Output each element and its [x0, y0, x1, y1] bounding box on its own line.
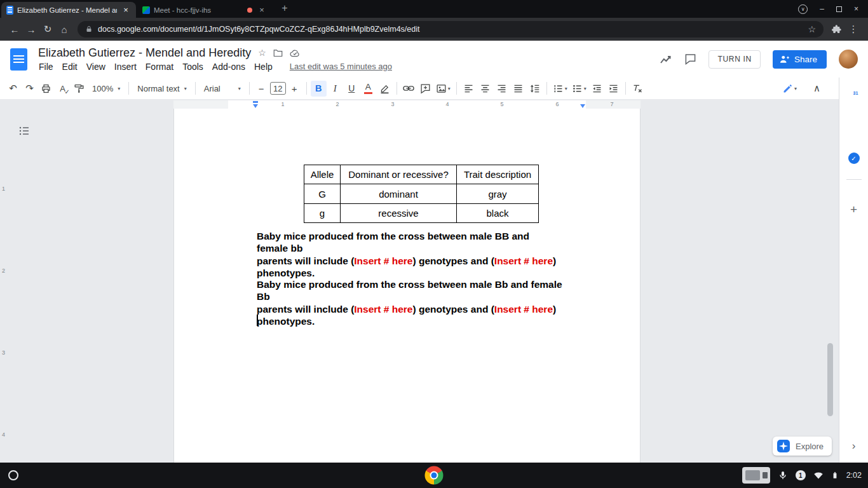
menu-insert[interactable]: Insert: [110, 61, 141, 72]
paragraph-style-select[interactable]: Normal text ▾: [133, 81, 191, 97]
decrease-font-size-icon[interactable]: −: [254, 81, 269, 97]
line-spacing-icon[interactable]: [527, 81, 543, 97]
tab-meet[interactable]: Meet - hcc-fjjv-ihs ×: [137, 2, 272, 18]
highlight-color-icon[interactable]: [377, 81, 393, 97]
cloud-saved-icon[interactable]: [290, 49, 301, 57]
battery-icon[interactable]: [831, 470, 839, 481]
undo-icon[interactable]: ↶: [5, 81, 21, 97]
align-justify-icon[interactable]: [510, 81, 526, 97]
decrease-indent-icon[interactable]: [589, 81, 605, 97]
add-comment-icon[interactable]: [417, 81, 433, 97]
wifi-icon[interactable]: [813, 471, 824, 480]
table-cell[interactable]: G: [304, 184, 341, 204]
google-tasks-icon[interactable]: ✓: [848, 152, 860, 164]
table-header-cell[interactable]: Allele: [304, 165, 341, 184]
editing-mode-pencil-icon[interactable]: ▾: [780, 81, 799, 97]
document-scrollbar-thumb[interactable]: [827, 343, 833, 416]
menu-help[interactable]: Help: [250, 61, 277, 72]
menu-tools[interactable]: Tools: [178, 61, 208, 72]
move-to-folder-icon[interactable]: [273, 49, 283, 57]
increase-font-size-icon[interactable]: +: [287, 81, 302, 97]
lock-icon[interactable]: [85, 25, 93, 33]
menu-format[interactable]: Format: [141, 61, 178, 72]
horizontal-ruler[interactable]: 1 2 3 4 5 6 7: [0, 100, 839, 109]
tab-close-icon[interactable]: ×: [121, 5, 131, 15]
numbered-list-icon[interactable]: ▾: [551, 81, 569, 97]
menu-edit[interactable]: Edit: [58, 61, 82, 72]
table-cell[interactable]: recessive: [341, 204, 457, 223]
font-select[interactable]: Arial ▾: [200, 81, 245, 97]
tab-close-icon[interactable]: ×: [257, 5, 267, 15]
new-tab-button[interactable]: +: [277, 1, 292, 16]
document-page[interactable]: Allele Dominant or recessive? Trait desc…: [173, 109, 641, 463]
tab-docs[interactable]: Elizabeth Gutierrez - Mendel and ×: [1, 2, 136, 18]
ruler-number: 5: [500, 101, 503, 107]
align-center-icon[interactable]: [477, 81, 493, 97]
align-right-icon[interactable]: [494, 81, 510, 97]
last-edit-link[interactable]: Last edit was 5 minutes ago: [290, 62, 392, 71]
paragraph-cross-BB-bb[interactable]: Baby mice produced from the cross betwee…: [257, 230, 563, 280]
bold-button[interactable]: B: [311, 81, 327, 97]
explore-button[interactable]: Explore: [773, 437, 832, 456]
forward-icon[interactable]: →: [23, 21, 39, 37]
left-indent-marker[interactable]: [253, 104, 258, 108]
comment-history-icon[interactable]: [684, 53, 696, 65]
share-button[interactable]: Share: [773, 50, 827, 69]
extensions-puzzle-icon[interactable]: [829, 21, 845, 37]
increase-indent-icon[interactable]: [606, 81, 621, 97]
tab-search-icon[interactable]: ∨: [798, 4, 808, 14]
table-cell[interactable]: g: [304, 204, 341, 223]
minimize-button[interactable]: –: [820, 4, 824, 13]
bulleted-list-icon[interactable]: ▾: [570, 81, 588, 97]
notification-count-badge[interactable]: 1: [796, 470, 806, 480]
align-left-icon[interactable]: [461, 81, 477, 97]
table-cell[interactable]: dominant: [341, 184, 457, 204]
chrome-icon[interactable]: [425, 466, 444, 485]
collapse-toolbar-icon[interactable]: ∧: [809, 81, 825, 97]
profile-avatar[interactable]: [839, 50, 858, 69]
table-cell[interactable]: black: [457, 204, 539, 223]
table-header-cell[interactable]: Dominant or recessive?: [341, 165, 457, 184]
paint-format-icon[interactable]: [71, 81, 87, 97]
close-window-button[interactable]: ×: [854, 4, 858, 13]
menu-file[interactable]: File: [38, 61, 58, 72]
right-indent-marker[interactable]: [580, 104, 585, 108]
font-size-input[interactable]: 12: [270, 82, 286, 95]
insert-link-icon[interactable]: [401, 81, 417, 97]
microphone-icon[interactable]: [778, 470, 788, 481]
spellcheck-icon[interactable]: A✓: [55, 81, 71, 97]
print-icon[interactable]: [38, 81, 54, 97]
star-document-icon[interactable]: ☆: [258, 48, 266, 57]
bookmark-star-icon[interactable]: ☆: [808, 24, 816, 34]
media-preview-thumbnail[interactable]: [742, 467, 770, 484]
document-outline-icon[interactable]: [18, 125, 32, 139]
address-bar[interactable]: docs.google.com/document/d/1JmOSyt6y8CTZ…: [78, 21, 824, 37]
google-docs-logo[interactable]: [10, 48, 27, 71]
url-text[interactable]: docs.google.com/document/d/1JmOSyt6y8CTZ…: [98, 25, 808, 34]
maximize-button[interactable]: [836, 6, 842, 12]
menu-view[interactable]: View: [82, 61, 110, 72]
underline-button[interactable]: U: [344, 81, 360, 97]
text-color-button[interactable]: A: [360, 81, 376, 97]
document-activity-icon[interactable]: [660, 53, 672, 65]
table-header-cell[interactable]: Trait description: [457, 165, 539, 184]
turn-in-button[interactable]: TURN IN: [709, 50, 761, 69]
reload-icon[interactable]: ↻: [39, 21, 56, 37]
browser-menu-kebab-icon[interactable]: ⋮: [845, 21, 862, 37]
zoom-select[interactable]: 100% ▾: [88, 81, 125, 97]
clear-formatting-icon[interactable]: [630, 81, 646, 97]
redo-icon[interactable]: ↷: [22, 81, 37, 97]
launcher-button[interactable]: [8, 470, 18, 480]
italic-button[interactable]: I: [327, 81, 343, 97]
first-line-indent-marker[interactable]: [253, 101, 258, 103]
paragraph-cross-Bb-Bb[interactable]: Baby mice produced from the cross betwee…: [257, 278, 563, 328]
hide-side-panel-icon[interactable]: ›: [852, 440, 856, 452]
menu-addons[interactable]: Add-ons: [208, 61, 250, 72]
back-icon[interactable]: ←: [6, 21, 23, 37]
insert-image-icon[interactable]: ▾: [434, 81, 452, 97]
document-title[interactable]: Elizabeth Gutierrez - Mendel and Heredit…: [38, 46, 251, 60]
clock-time[interactable]: 2:02: [846, 471, 862, 480]
add-addon-icon[interactable]: +: [850, 203, 857, 217]
table-cell[interactable]: gray: [457, 184, 539, 204]
home-icon[interactable]: ⌂: [56, 21, 72, 37]
